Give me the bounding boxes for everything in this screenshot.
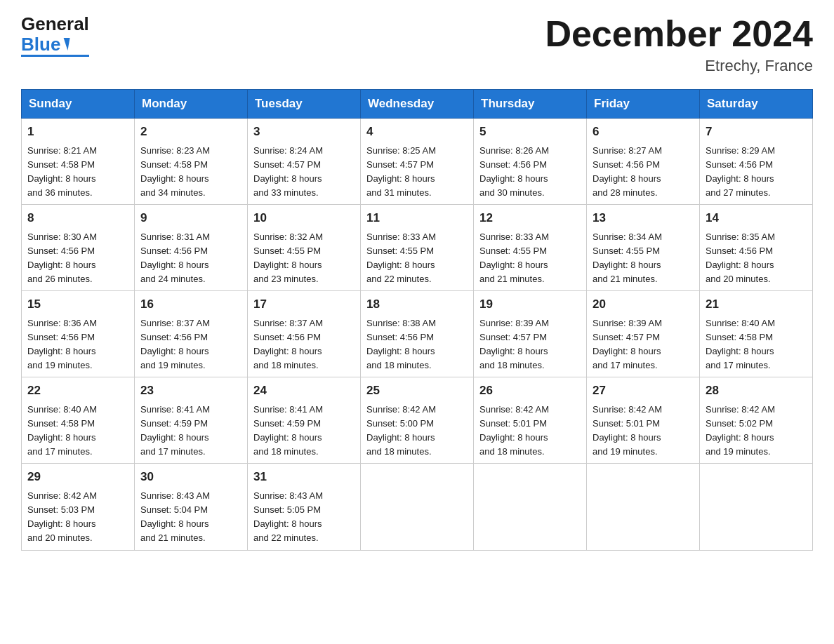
calendar-day-cell: 31Sunrise: 8:43 AMSunset: 5:05 PMDayligh… xyxy=(248,464,361,550)
logo-arrow-icon xyxy=(62,38,70,51)
calendar-table: SundayMondayTuesdayWednesdayThursdayFrid… xyxy=(21,89,813,550)
calendar-day-cell: 24Sunrise: 8:41 AMSunset: 4:59 PMDayligh… xyxy=(248,377,361,464)
calendar-day-cell: 14Sunrise: 8:35 AMSunset: 4:56 PMDayligh… xyxy=(700,205,813,291)
day-info: Sunrise: 8:39 AMSunset: 4:57 PMDaylight:… xyxy=(593,316,694,373)
day-info: Sunrise: 8:41 AMSunset: 4:59 PMDaylight:… xyxy=(253,403,355,459)
calendar-day-cell: 18Sunrise: 8:38 AMSunset: 4:56 PMDayligh… xyxy=(361,291,474,377)
day-number: 29 xyxy=(27,468,128,486)
day-info: Sunrise: 8:27 AMSunset: 4:56 PMDaylight:… xyxy=(593,144,694,201)
calendar-day-cell: 21Sunrise: 8:40 AMSunset: 4:58 PMDayligh… xyxy=(700,291,813,377)
calendar-day-cell: 26Sunrise: 8:42 AMSunset: 5:01 PMDayligh… xyxy=(474,377,587,464)
calendar-day-cell: 5Sunrise: 8:26 AMSunset: 4:56 PMDaylight… xyxy=(474,119,587,205)
day-info: Sunrise: 8:21 AMSunset: 4:58 PMDaylight:… xyxy=(27,144,128,201)
day-info: Sunrise: 8:31 AMSunset: 4:56 PMDaylight:… xyxy=(140,230,241,287)
day-of-week-header: Sunday xyxy=(22,90,135,119)
day-of-week-header: Friday xyxy=(587,90,700,119)
day-info: Sunrise: 8:42 AMSunset: 5:01 PMDaylight:… xyxy=(593,403,694,459)
calendar-header-row: SundayMondayTuesdayWednesdayThursdayFrid… xyxy=(22,90,813,119)
calendar-day-cell: 6Sunrise: 8:27 AMSunset: 4:56 PMDaylight… xyxy=(587,119,700,205)
day-number: 14 xyxy=(706,209,807,227)
day-number: 26 xyxy=(479,382,581,400)
day-info: Sunrise: 8:23 AMSunset: 4:58 PMDaylight:… xyxy=(140,144,241,201)
title-block: December 2024 Etrechy, France xyxy=(545,14,813,75)
calendar-day-cell: 7Sunrise: 8:29 AMSunset: 4:56 PMDaylight… xyxy=(700,119,813,205)
day-number: 13 xyxy=(593,209,694,227)
calendar-day-cell: 3Sunrise: 8:24 AMSunset: 4:57 PMDaylight… xyxy=(248,119,361,205)
day-of-week-header: Wednesday xyxy=(361,90,474,119)
day-info: Sunrise: 8:35 AMSunset: 4:56 PMDaylight:… xyxy=(706,230,807,287)
day-info: Sunrise: 8:24 AMSunset: 4:57 PMDaylight:… xyxy=(253,144,355,201)
day-info: Sunrise: 8:33 AMSunset: 4:55 PMDaylight:… xyxy=(479,230,581,287)
calendar-day-cell: 25Sunrise: 8:42 AMSunset: 5:00 PMDayligh… xyxy=(361,377,474,464)
day-info: Sunrise: 8:39 AMSunset: 4:57 PMDaylight:… xyxy=(479,316,581,373)
day-of-week-header: Saturday xyxy=(700,90,813,119)
day-of-week-header: Tuesday xyxy=(248,90,361,119)
logo-underline xyxy=(21,55,89,57)
day-number: 30 xyxy=(140,468,241,486)
calendar-day-cell: 22Sunrise: 8:40 AMSunset: 4:58 PMDayligh… xyxy=(22,377,135,464)
day-number: 4 xyxy=(366,123,468,141)
day-info: Sunrise: 8:37 AMSunset: 4:56 PMDaylight:… xyxy=(253,316,355,373)
day-number: 18 xyxy=(366,295,468,314)
logo-blue-text: Blue xyxy=(21,34,60,55)
logo: General Blue xyxy=(21,14,89,57)
calendar-week-row: 22Sunrise: 8:40 AMSunset: 4:58 PMDayligh… xyxy=(22,377,813,464)
calendar-day-cell: 30Sunrise: 8:43 AMSunset: 5:04 PMDayligh… xyxy=(135,464,248,550)
day-number: 11 xyxy=(366,209,468,227)
calendar-week-row: 29Sunrise: 8:42 AMSunset: 5:03 PMDayligh… xyxy=(22,464,813,550)
day-number: 17 xyxy=(253,295,355,314)
calendar-day-cell: 10Sunrise: 8:32 AMSunset: 4:55 PMDayligh… xyxy=(248,205,361,291)
day-info: Sunrise: 8:36 AMSunset: 4:56 PMDaylight:… xyxy=(27,316,128,373)
day-number: 9 xyxy=(140,209,241,227)
day-info: Sunrise: 8:43 AMSunset: 5:05 PMDaylight:… xyxy=(253,489,355,546)
day-number: 25 xyxy=(366,382,468,400)
day-number: 27 xyxy=(593,382,694,400)
day-info: Sunrise: 8:37 AMSunset: 4:56 PMDaylight:… xyxy=(140,316,241,373)
day-info: Sunrise: 8:26 AMSunset: 4:56 PMDaylight:… xyxy=(479,144,581,201)
day-info: Sunrise: 8:29 AMSunset: 4:56 PMDaylight:… xyxy=(706,144,807,201)
calendar-week-row: 8Sunrise: 8:30 AMSunset: 4:56 PMDaylight… xyxy=(22,205,813,291)
calendar-day-cell xyxy=(361,464,474,550)
calendar-day-cell: 9Sunrise: 8:31 AMSunset: 4:56 PMDaylight… xyxy=(135,205,248,291)
calendar-day-cell: 23Sunrise: 8:41 AMSunset: 4:59 PMDayligh… xyxy=(135,377,248,464)
day-info: Sunrise: 8:42 AMSunset: 5:03 PMDaylight:… xyxy=(27,489,128,546)
day-number: 8 xyxy=(27,209,128,227)
calendar-day-cell: 15Sunrise: 8:36 AMSunset: 4:56 PMDayligh… xyxy=(22,291,135,377)
day-info: Sunrise: 8:32 AMSunset: 4:55 PMDaylight:… xyxy=(253,230,355,287)
calendar-day-cell: 16Sunrise: 8:37 AMSunset: 4:56 PMDayligh… xyxy=(135,291,248,377)
day-number: 16 xyxy=(140,295,241,314)
day-of-week-header: Monday xyxy=(135,90,248,119)
calendar-day-cell: 27Sunrise: 8:42 AMSunset: 5:01 PMDayligh… xyxy=(587,377,700,464)
day-info: Sunrise: 8:43 AMSunset: 5:04 PMDaylight:… xyxy=(140,489,241,546)
calendar-day-cell: 2Sunrise: 8:23 AMSunset: 4:58 PMDaylight… xyxy=(135,119,248,205)
day-info: Sunrise: 8:30 AMSunset: 4:56 PMDaylight:… xyxy=(27,230,128,287)
calendar-day-cell xyxy=(700,464,813,550)
day-number: 21 xyxy=(706,295,807,314)
calendar-day-cell: 4Sunrise: 8:25 AMSunset: 4:57 PMDaylight… xyxy=(361,119,474,205)
day-info: Sunrise: 8:34 AMSunset: 4:55 PMDaylight:… xyxy=(593,230,694,287)
day-info: Sunrise: 8:40 AMSunset: 4:58 PMDaylight:… xyxy=(27,403,128,459)
page-header: General Blue December 2024 Etrechy, Fran… xyxy=(21,14,813,75)
day-number: 23 xyxy=(140,382,241,400)
calendar-week-row: 15Sunrise: 8:36 AMSunset: 4:56 PMDayligh… xyxy=(22,291,813,377)
day-info: Sunrise: 8:40 AMSunset: 4:58 PMDaylight:… xyxy=(706,316,807,373)
day-number: 1 xyxy=(27,123,128,141)
calendar-day-cell: 19Sunrise: 8:39 AMSunset: 4:57 PMDayligh… xyxy=(474,291,587,377)
day-number: 31 xyxy=(253,468,355,486)
calendar-title: December 2024 xyxy=(545,14,813,54)
day-of-week-header: Thursday xyxy=(474,90,587,119)
calendar-day-cell: 20Sunrise: 8:39 AMSunset: 4:57 PMDayligh… xyxy=(587,291,700,377)
day-number: 6 xyxy=(593,123,694,141)
calendar-day-cell: 12Sunrise: 8:33 AMSunset: 4:55 PMDayligh… xyxy=(474,205,587,291)
calendar-day-cell: 13Sunrise: 8:34 AMSunset: 4:55 PMDayligh… xyxy=(587,205,700,291)
day-info: Sunrise: 8:42 AMSunset: 5:01 PMDaylight:… xyxy=(479,403,581,459)
day-number: 15 xyxy=(27,295,128,314)
day-number: 5 xyxy=(479,123,581,141)
day-info: Sunrise: 8:38 AMSunset: 4:56 PMDaylight:… xyxy=(366,316,468,373)
day-info: Sunrise: 8:41 AMSunset: 4:59 PMDaylight:… xyxy=(140,403,241,459)
calendar-week-row: 1Sunrise: 8:21 AMSunset: 4:58 PMDaylight… xyxy=(22,119,813,205)
day-number: 19 xyxy=(479,295,581,314)
day-number: 7 xyxy=(706,123,807,141)
calendar-day-cell: 11Sunrise: 8:33 AMSunset: 4:55 PMDayligh… xyxy=(361,205,474,291)
day-number: 3 xyxy=(253,123,355,141)
